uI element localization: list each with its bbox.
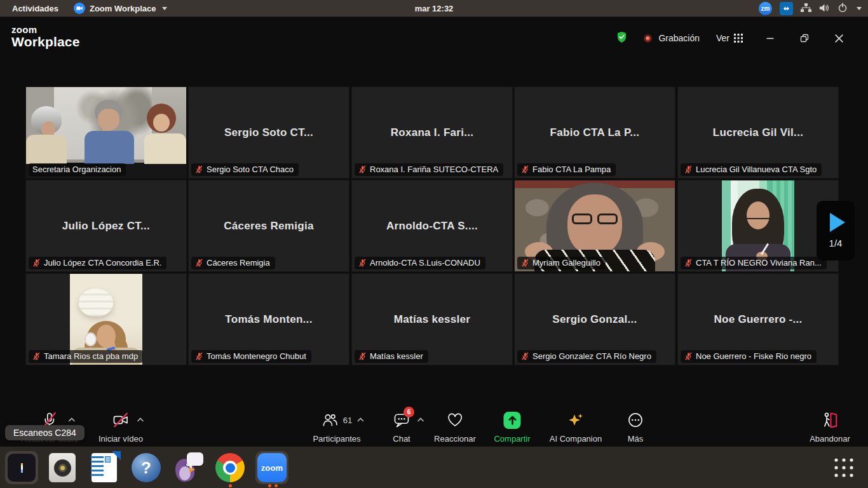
participant-name-pill: Sergio Gonzalez CTA Río Negro [517,350,656,363]
next-page-icon[interactable] [830,213,845,232]
network-icon[interactable] [801,3,811,14]
start-video-button[interactable]: Iniciar vídeo [98,410,143,444]
dock-item-help[interactable]: ? [130,451,163,484]
dock-item-text-tool[interactable] [5,451,38,484]
participants-button[interactable]: 61 Participantes [313,410,360,444]
ai-companion-button[interactable]: AI Companion [550,410,602,444]
clock[interactable]: mar 12:32 [415,0,454,17]
participant-tile[interactable]: Lucrecia Gil Vil... Lucrecia Gil Villanu… [677,86,839,179]
mic-options-chevron-icon[interactable] [68,417,76,422]
clock-text: mar 12:32 [415,4,454,13]
ai-companion-label: AI Companion [550,434,602,444]
volume-icon[interactable] [819,3,830,15]
activities-button[interactable]: Actividades [8,3,62,15]
react-button[interactable]: Reaccionar [434,410,476,444]
mic-device-tooltip: Escaneos C284 [5,425,85,440]
participant-tile[interactable]: Sergio Soto CT... Sergio Soto CTA Chaco [188,86,349,179]
participant-display-name: Cáceres Remigia [224,220,314,233]
tray-chevron-icon[interactable] [857,7,862,10]
dock-item-pidgin[interactable] [172,451,205,484]
minimize-button[interactable] [766,34,775,43]
participant-tile[interactable]: Noe Guerrero -... Noe Guerrero - Fiske R… [677,273,839,365]
recording-dot-icon [644,34,652,43]
more-button[interactable]: Más [627,410,644,444]
muted-mic-icon [32,352,41,360]
power-icon[interactable] [837,3,848,15]
muted-mic-icon [521,259,529,267]
participant-display-name: Sergio Soto CT... [224,126,313,139]
chat-label: Chat [393,434,410,444]
close-button[interactable] [834,34,844,43]
chat-unread-badge: 6 [403,407,414,417]
recording-indicator[interactable]: Grabación [644,33,700,43]
muted-mic-icon [195,165,203,173]
ai-sparkle-icon [567,411,585,429]
participant-tile[interactable]: Roxana I. Fari... Roxana I. Fariña SUTEC… [351,86,513,179]
zoom-tray-icon[interactable]: zm [759,2,772,15]
dock-item-speakers[interactable] [46,451,79,484]
participant-tile[interactable]: Sergio Gonzal... Sergio Gonzalez CTA Río… [514,273,675,365]
dock-item-libreoffice-writer[interactable] [88,451,121,484]
teamviewer-tray-icon[interactable] [780,2,793,15]
participant-tile[interactable]: Arnoldo-CTA S.... Arnoldo-CTA S.Luis-CON… [351,180,513,272]
help-question-icon: ? [132,453,161,482]
participant-name-pill: Secretaria Organizacion [29,163,126,176]
share-screen-button[interactable]: Compartir [494,410,530,444]
chat-chevron-icon[interactable] [417,417,424,422]
participant-tile[interactable]: Secretaria Organizacion [25,86,187,179]
chat-button[interactable]: 6 Chat [393,410,410,444]
video-options-chevron-icon[interactable] [137,417,144,422]
participant-name: Roxana I. Fariña SUTECO-CTERA [370,165,498,174]
security-shield-icon[interactable] [616,31,627,45]
react-label: Reaccionar [434,434,476,444]
participant-name: Tamara Rios cta pba mdp [44,351,138,361]
muted-mic-icon [684,352,693,360]
chrome-running-dot [229,484,232,487]
dock-item-zoom[interactable]: zoom [255,451,288,484]
leave-door-icon [820,411,839,429]
muted-mic-icon [195,352,203,360]
participant-name: Julio López CTA Concordia E.R. [44,258,161,268]
participant-display-name: Matías kessler [394,313,470,326]
gallery-grid-icon [734,34,743,43]
participant-display-name: Julio López CT... [62,220,150,233]
logo-zoom-text: zoom [11,25,80,35]
participants-icon [322,411,339,429]
participant-name-pill: Noe Guerrero - Fiske Rio negro [681,350,817,363]
participant-name-pill: Tomás Montenegro Chubut [191,350,311,363]
participants-label: Participantes [313,434,360,444]
participant-name-pill: Arnoldo-CTA S.Luis-CONADU [355,257,485,269]
show-applications-button[interactable] [830,454,858,482]
zoom-workplace-logo: zoom Workplace [11,25,80,49]
muted-mic-icon [32,259,41,267]
participants-chevron-icon[interactable] [357,417,365,422]
participant-tile[interactable]: Cáceres Remigia Cáceres Remigia [188,180,349,272]
chevron-down-icon [162,7,167,10]
participant-display-name: Noe Guerrero -... [714,313,802,326]
restore-button[interactable] [800,34,809,43]
app-menu[interactable]: Zoom Workplace [74,3,167,14]
dock-item-chrome[interactable] [214,451,247,484]
participant-tile[interactable]: Fabio CTA La P... Fabio CTA La Pampa [514,86,675,179]
participant-display-name: Lucrecia Gil Vil... [713,126,803,139]
muted-mic-icon [358,352,367,360]
muted-mic-icon [684,259,693,267]
participant-name: Arnoldo-CTA S.Luis-CONADU [370,258,480,268]
zoom-camera-icon [74,3,85,14]
view-button[interactable]: Ver [716,33,743,43]
muted-mic-icon [195,259,203,267]
more-label: Más [628,434,644,444]
start-video-label: Iniciar vídeo [98,434,143,444]
more-ellipsis-icon [627,411,644,429]
participant-tile[interactable]: Myriam Galleguillo [514,180,675,272]
participant-tile[interactable]: Tomás Monten... Tomás Montenegro Chubut [188,273,349,365]
participant-tile[interactable]: Tamara Rios cta pba mdp [25,273,187,365]
participant-tile[interactable]: CTA T RÍO NEGRO Viviana Ran... [677,180,839,272]
zoom-running-dot [275,484,278,487]
gallery-pager: 1/4 [817,201,855,261]
participant-tile[interactable]: Matías kessler Matías kessler [351,273,513,365]
heart-icon [446,411,464,429]
leave-meeting-button[interactable]: Abandonar [810,410,850,444]
participant-tile[interactable]: Julio López CT... Julio López CTA Concor… [25,180,187,272]
recording-label: Grabación [658,33,700,43]
